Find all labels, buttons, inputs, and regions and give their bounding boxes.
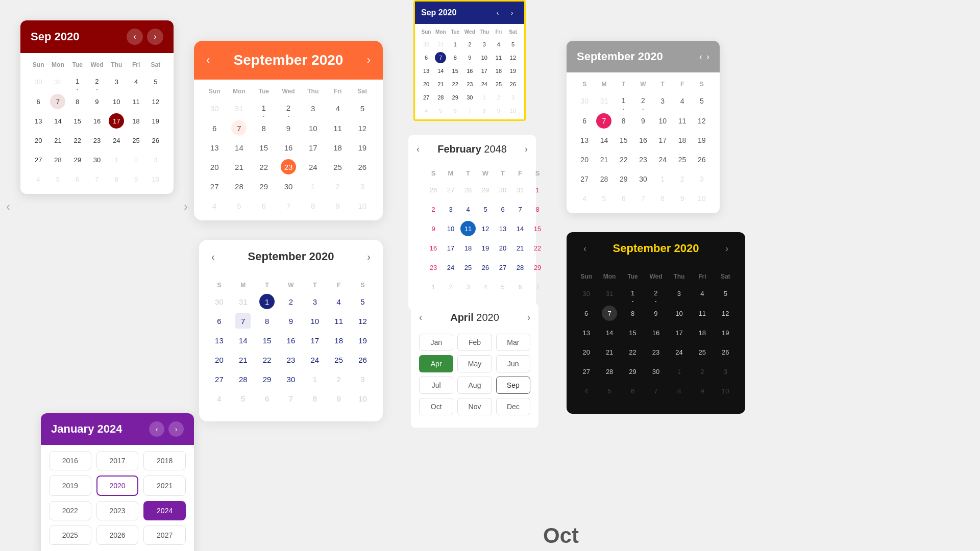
calendar-day[interactable]: 5 <box>351 292 375 311</box>
calendar-day[interactable]: 30 <box>276 177 301 196</box>
month-button[interactable]: Oct <box>419 398 453 415</box>
calendar-day[interactable]: 27 <box>202 177 227 196</box>
calendar-day[interactable]: 16 <box>644 323 667 342</box>
calendar-day[interactable]: 13 <box>575 131 594 150</box>
calendar-day[interactable]: 30 <box>87 150 107 169</box>
calendar-day[interactable]: 28 <box>227 177 251 196</box>
calendar-day[interactable]: 14 <box>433 64 448 78</box>
calendar-day[interactable]: 13 <box>575 323 598 342</box>
month-button[interactable]: Sep <box>496 377 530 394</box>
calendar-day[interactable]: 2 <box>462 38 477 51</box>
calendar-day[interactable]: 29 <box>252 177 276 196</box>
calendar-day[interactable]: 30 <box>462 91 477 104</box>
year-button[interactable]: 2019 <box>49 475 91 496</box>
cal1-next-button[interactable]: › <box>147 29 163 45</box>
calendar-day[interactable]: 6 <box>202 118 227 138</box>
calendar-day[interactable]: 7 <box>48 92 67 111</box>
calendar-day[interactable]: 4 <box>325 98 350 118</box>
calendar-day[interactable]: 5 <box>598 381 621 400</box>
calendar-day[interactable]: 6 <box>614 189 633 208</box>
calendar-day[interactable]: 2 <box>87 71 107 92</box>
calendar-day[interactable]: 10 <box>668 304 691 323</box>
calendar-day[interactable]: 1 <box>668 362 691 381</box>
calendar-day[interactable]: 16 <box>633 131 653 150</box>
calendar-day[interactable]: 28 <box>433 91 448 104</box>
calendar-day[interactable]: 30 <box>207 292 231 311</box>
calendar-day[interactable]: 3 <box>107 71 126 92</box>
calendar-day[interactable]: 8 <box>301 196 325 215</box>
calendar-day[interactable]: 11 <box>126 92 145 111</box>
year-button[interactable]: 2020 <box>96 475 139 496</box>
calendar-day[interactable]: 2 <box>126 150 145 169</box>
calendar-day[interactable]: 17 <box>477 64 492 78</box>
calendar-day[interactable]: 1 <box>477 91 492 104</box>
calendar-day[interactable]: 7 <box>594 111 614 131</box>
year-button[interactable]: 2025 <box>49 525 91 545</box>
calendar-day[interactable]: 8 <box>255 311 279 331</box>
month-button[interactable]: Nov <box>457 398 492 415</box>
calendar-day[interactable]: 3 <box>714 362 737 381</box>
cal6-next-button[interactable]: › <box>367 251 371 263</box>
calendar-day[interactable]: 24 <box>442 258 459 277</box>
calendar-day[interactable]: 6 <box>207 311 231 331</box>
calendar-day[interactable]: 9 <box>672 189 692 208</box>
calendar-day[interactable]: 22 <box>529 238 546 258</box>
calendar-day[interactable]: 21 <box>594 150 614 169</box>
calendar-day[interactable]: 23 <box>633 150 653 169</box>
calendar-day[interactable]: 23 <box>425 258 442 277</box>
cal5-outer-next[interactable]: › <box>184 199 188 214</box>
calendar-day[interactable]: 7 <box>529 277 546 296</box>
calendar-day[interactable]: 15 <box>252 138 276 157</box>
calendar-day[interactable]: 20 <box>575 342 598 362</box>
calendar-day[interactable]: 3 <box>506 91 520 104</box>
calendar-day[interactable]: 4 <box>477 277 494 296</box>
calendar-day[interactable]: 5 <box>433 104 448 117</box>
calendar-day[interactable]: 9 <box>327 389 351 408</box>
calendar-day[interactable]: 28 <box>594 169 614 189</box>
calendar-day[interactable]: 2 <box>327 369 351 389</box>
calendar-day[interactable]: 5 <box>48 169 67 189</box>
calendar-day[interactable]: 29 <box>477 180 494 199</box>
calendar-day[interactable]: 10 <box>303 311 327 331</box>
calendar-day[interactable]: 22 <box>614 150 633 169</box>
calendar-day[interactable]: 13 <box>202 138 227 157</box>
calendar-day[interactable]: 20 <box>494 238 511 258</box>
calendar-day[interactable]: 25 <box>325 157 350 177</box>
calendar-day[interactable]: 4 <box>672 91 692 111</box>
calendar-day[interactable]: 4 <box>492 38 506 51</box>
year-button[interactable]: 2022 <box>49 501 91 520</box>
calendar-day[interactable]: 26 <box>350 157 375 177</box>
calendar-day[interactable]: 1 <box>425 277 442 296</box>
calendar-day[interactable]: 13 <box>207 331 231 350</box>
calendar-day[interactable]: 1 <box>107 150 126 169</box>
calendar-day[interactable]: 21 <box>48 131 67 150</box>
calendar-day[interactable]: 5 <box>477 199 494 219</box>
month-button[interactable]: Jul <box>419 377 453 394</box>
calendar-day[interactable]: 14 <box>598 323 621 342</box>
cal9-prev-button[interactable]: ‹ <box>577 240 593 257</box>
calendar-day[interactable]: 18 <box>327 331 351 350</box>
calendar-day[interactable]: 5 <box>227 196 251 215</box>
calendar-day[interactable]: 3 <box>653 91 672 111</box>
calendar-day[interactable]: 30 <box>494 180 511 199</box>
calendar-day[interactable]: 16 <box>462 64 477 78</box>
calendar-day[interactable]: 9 <box>126 169 145 189</box>
calendar-day[interactable]: 3 <box>301 98 325 118</box>
calendar-day[interactable]: 9 <box>425 219 442 238</box>
calendar-day[interactable]: 11 <box>492 51 506 64</box>
calendar-day[interactable]: 12 <box>714 304 737 323</box>
calendar-day[interactable]: 12 <box>146 92 165 111</box>
calendar-day[interactable]: 21 <box>433 78 448 91</box>
calendar-day[interactable]: 14 <box>511 219 529 238</box>
cal2-next-button[interactable]: › <box>367 54 371 67</box>
cal4-next-button[interactable]: › <box>706 52 709 62</box>
calendar-day[interactable]: 21 <box>227 157 251 177</box>
calendar-day[interactable]: 31 <box>594 91 614 111</box>
calendar-day[interactable]: 20 <box>29 131 48 150</box>
cal5-outer-prev[interactable]: ‹ <box>6 199 10 214</box>
calendar-day[interactable]: 19 <box>692 131 712 150</box>
calendar-day[interactable]: 29 <box>255 369 279 389</box>
calendar-day[interactable]: 28 <box>459 180 477 199</box>
calendar-day[interactable]: 25 <box>126 131 145 150</box>
calendar-day[interactable]: 2 <box>279 292 303 311</box>
